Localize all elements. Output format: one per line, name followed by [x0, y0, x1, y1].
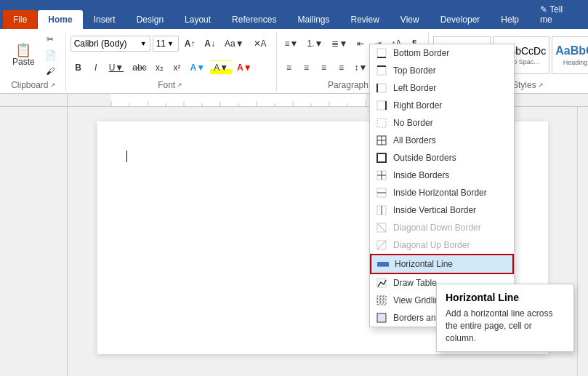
vertical-scrollbar[interactable]: [577, 107, 588, 376]
horizontal-line-label: Horizontal Line: [395, 259, 453, 269]
subscript-button[interactable]: x₂: [152, 60, 168, 75]
underline-button[interactable]: U▼: [105, 60, 128, 75]
format-painter-button[interactable]: 🖌: [41, 64, 60, 79]
paste-icon: 📋: [15, 44, 31, 57]
no-border-icon: [376, 117, 387, 129]
tab-layout[interactable]: Layout: [174, 10, 221, 29]
decrease-indent-button[interactable]: ⇤: [353, 36, 368, 51]
align-right-button[interactable]: ≡: [316, 60, 332, 75]
svg-rect-21: [377, 84, 386, 92]
svg-rect-29: [377, 153, 386, 162]
svg-rect-49: [377, 313, 386, 322]
left-border-icon: [376, 82, 387, 94]
font-row1: Calibri (Body) ▼ 11 ▼ A↑ A↓ Aa▼ ✕A: [71, 32, 270, 55]
multilevel-list-button[interactable]: ≣▼: [328, 36, 351, 51]
align-center-button[interactable]: ≡: [299, 60, 315, 75]
highlight-color-button[interactable]: A▼: [210, 60, 232, 75]
strikethrough-button[interactable]: abc: [129, 60, 150, 75]
diagonal-down-icon: [376, 222, 387, 233]
styles-label: Styles ↗: [512, 80, 544, 90]
superscript-button[interactable]: x²: [169, 60, 185, 75]
menu-item-outside-borders[interactable]: Outside Borders: [370, 149, 514, 167]
font-name-selector[interactable]: Calibri (Body) ▼: [71, 36, 150, 52]
draw-table-icon: [376, 277, 387, 289]
font-color-button[interactable]: A▼: [233, 60, 256, 75]
svg-line-38: [377, 223, 386, 232]
clipboard-row: 📋 Paste ✂ 📄 🖌: [7, 32, 60, 79]
menu-item-top-border[interactable]: Top Border: [370, 62, 514, 79]
inside-borders-label: Inside Borders: [393, 170, 449, 180]
bullets-button[interactable]: ≡▼: [281, 36, 302, 51]
all-borders-icon: [376, 135, 387, 146]
font-size-decrease-button[interactable]: A↓: [201, 36, 219, 51]
ruler-side: [0, 94, 68, 107]
svg-rect-41: [377, 262, 389, 266]
italic-button[interactable]: I: [88, 60, 104, 75]
font-group: Calibri (Body) ▼ 11 ▼ A↑ A↓ Aa▼ ✕A B I U…: [68, 32, 277, 92]
menu-item-left-border[interactable]: Left Border: [370, 79, 514, 97]
bottom-border-icon: [376, 47, 387, 59]
menu-item-all-borders[interactable]: All Borders: [370, 132, 514, 149]
copy-button[interactable]: 📄: [41, 48, 60, 63]
tab-file[interactable]: File: [3, 10, 37, 29]
top-border-label: Top Border: [393, 65, 436, 76]
menu-item-inside-borders[interactable]: Inside Borders: [370, 167, 514, 184]
tab-insert[interactable]: Insert: [84, 10, 126, 29]
align-left-button[interactable]: ≡: [281, 60, 297, 75]
tab-view[interactable]: View: [390, 10, 430, 29]
style-heading1-preview: AaBbCc: [555, 44, 588, 57]
cut-button[interactable]: ✂: [41, 32, 60, 47]
menu-item-no-border[interactable]: No Border: [370, 114, 514, 132]
svg-rect-17: [377, 49, 386, 57]
text-cursor: [126, 151, 127, 162]
draw-table-label: Draw Table: [393, 278, 437, 288]
all-borders-label: All Borders: [393, 135, 436, 145]
top-border-icon: [376, 65, 387, 76]
paste-button[interactable]: 📋 Paste: [7, 36, 40, 74]
inside-vertical-icon: [376, 204, 387, 216]
tab-help[interactable]: Help: [491, 10, 529, 29]
tooltip-box: Horizontal Line Add a horizontal line ac…: [436, 284, 574, 352]
tab-tellme[interactable]: ✎ Tell me: [530, 0, 584, 29]
tab-design[interactable]: Design: [126, 10, 174, 29]
tab-developer[interactable]: Developer: [430, 10, 491, 29]
clear-formatting-button[interactable]: ✕A: [250, 36, 270, 51]
diagonal-up-label: Diagonal Up Border: [393, 240, 470, 250]
numbering-button[interactable]: 1.▼: [304, 36, 327, 51]
outside-borders-label: Outside Borders: [393, 153, 456, 163]
line-spacing-button[interactable]: ↕▼: [351, 60, 371, 75]
menu-item-inside-horizontal[interactable]: Inside Horizontal Border: [370, 184, 514, 201]
tab-review[interactable]: Review: [340, 10, 389, 29]
tab-mailings[interactable]: Mailings: [287, 10, 339, 29]
tooltip-description: Add a horizontal line across the entire …: [446, 308, 565, 344]
menu-item-bottom-border[interactable]: Bottom Border: [370, 44, 514, 62]
menu-item-horizontal-line[interactable]: Horizontal Line: [370, 254, 514, 274]
menu-item-right-border[interactable]: Right Border: [370, 97, 514, 114]
change-case-button[interactable]: Aa▼: [221, 36, 248, 51]
font-size-selector[interactable]: 11 ▼: [153, 36, 179, 52]
borders-shading-icon: [376, 312, 387, 324]
horizontal-line-icon: [377, 258, 389, 270]
view-gridlines-icon: [376, 295, 387, 306]
tooltip-title: Horizontal Line: [446, 292, 565, 303]
font-row2: B I U▼ abc x₂ x² A▼ A▼ A▼: [71, 56, 256, 79]
bold-button[interactable]: B: [71, 60, 86, 75]
diagonal-down-label: Diagonal Down Border: [393, 223, 481, 233]
tab-home[interactable]: Home: [38, 10, 82, 29]
inside-vertical-label: Inside Vertical Border: [393, 205, 476, 215]
outside-borders-icon: [376, 152, 387, 164]
menu-item-inside-vertical[interactable]: Inside Vertical Border: [370, 201, 514, 219]
svg-rect-23: [377, 101, 386, 110]
bottom-border-label: Bottom Border: [393, 48, 449, 58]
sidebar-left: [0, 107, 68, 376]
text-effects-button[interactable]: A▼: [187, 60, 209, 75]
paste-label: Paste: [12, 57, 35, 67]
svg-rect-25: [377, 119, 386, 127]
diagonal-up-icon: [376, 239, 387, 251]
inside-horizontal-label: Inside Horizontal Border: [393, 188, 487, 198]
tab-references[interactable]: References: [222, 10, 286, 29]
justify-button[interactable]: ≡: [334, 60, 350, 75]
style-heading1[interactable]: AaBbCc Heading 1: [552, 36, 588, 74]
no-border-label: No Border: [393, 118, 433, 128]
font-size-increase-button[interactable]: A↑: [181, 36, 199, 51]
